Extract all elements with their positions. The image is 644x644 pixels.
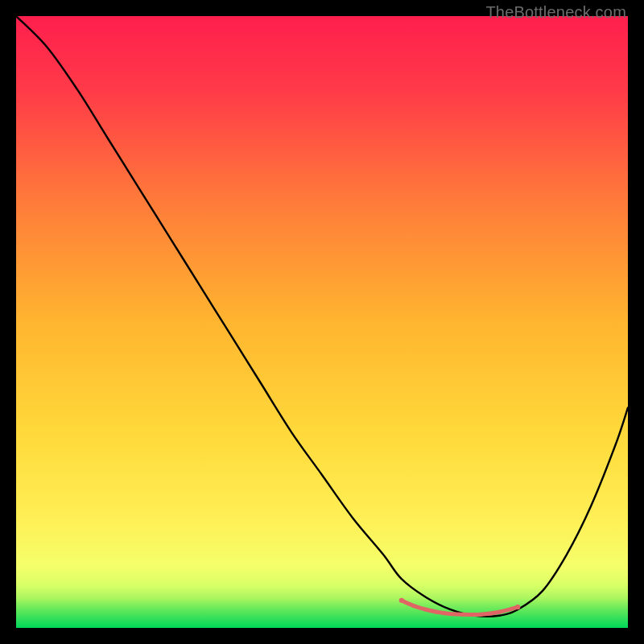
optimal-range-dot [460,613,464,617]
optimal-range-endcap [399,598,404,603]
optimal-range-endcap [515,605,520,609]
optimal-range-dot [424,608,428,612]
optimal-range-dot [497,610,502,614]
watermark-text: TheBottleneck.com [485,3,626,22]
optimal-range-dot [479,613,483,617]
chart-background-gradient [16,16,628,628]
chart-svg [16,16,628,628]
optimal-range-dot [412,604,416,608]
optimal-range-dot [443,611,447,615]
chart-frame [16,16,628,628]
